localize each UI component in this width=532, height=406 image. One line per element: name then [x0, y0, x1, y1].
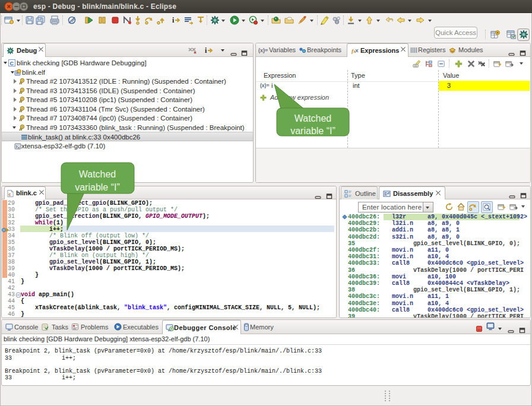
svg-text:c: c [8, 192, 11, 197]
svg-text:i: i [205, 46, 207, 55]
svg-text:i: i [172, 16, 175, 24]
svg-text:fx: fx [352, 48, 356, 54]
svg-text:C: C [10, 61, 14, 66]
